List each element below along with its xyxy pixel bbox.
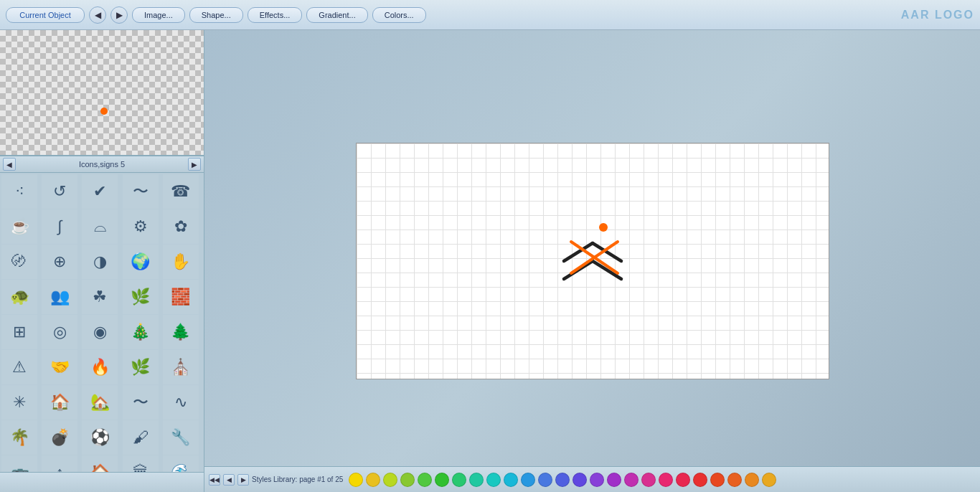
color-swatch-10[interactable] [521, 473, 535, 487]
icon-cell-bomb[interactable]: 💣 [42, 420, 77, 455]
icon-cell-spiral-left[interactable]: 〄 [1, 245, 37, 279]
left-panel: ◀ Icons,signs 5 ▶ ⁖↺✔〜☎☕∫⌓⚙✿〄⊕◑🌍✋🐢👥☘🌿🧱⊞◎… [0, 30, 204, 492]
icon-cell-decorative-dots[interactable]: ⁖ [1, 174, 37, 209]
gradient-button[interactable]: Gradient... [306, 7, 367, 23]
color-swatch-8[interactable] [486, 473, 501, 487]
color-swatch-19[interactable] [676, 473, 690, 487]
color-swatch-0[interactable] [349, 473, 363, 487]
icon-cell-xmas-tree[interactable]: 🎄 [123, 315, 159, 349]
icons-grid: ⁖↺✔〜☎☕∫⌓⚙✿〄⊕◑🌍✋🐢👥☘🌿🧱⊞◎◉🎄🌲⚠🤝🔥🌿⛪✳🏠🏡〜∿🌴💣⚽🖌🔧… [0, 173, 204, 472]
color-swatch-9[interactable] [504, 473, 518, 487]
icon-cell-fire[interactable]: 🔥 [82, 350, 118, 384]
main-layout: ◀ Icons,signs 5 ▶ ⁖↺✔〜☎☕∫⌓⚙✿〄⊕◑🌍✋🐢👥☘🌿🧱⊞◎… [0, 30, 980, 492]
image-button[interactable]: Image... [132, 7, 185, 23]
icon-cell-tool[interactable]: 🔧 [163, 420, 199, 455]
svg-line-4 [593, 261, 621, 279]
color-swatch-20[interactable] [693, 473, 707, 487]
color-swatch-5[interactable] [435, 473, 449, 487]
icon-cell-flame2[interactable]: 🌿 [123, 350, 159, 384]
canvas[interactable] [356, 143, 829, 379]
icon-cell-building[interactable]: 🏛 [123, 455, 159, 472]
toolbar: Current Object ◀ ▶ Image... Shape... Eff… [0, 0, 980, 30]
color-swatch-14[interactable] [590, 473, 604, 487]
color-swatch-7[interactable] [469, 473, 484, 487]
logo-figure [550, 222, 636, 301]
canvas-wrapper [356, 143, 829, 379]
icon-cell-clover[interactable]: ☘ [82, 280, 118, 314]
color-swatch-3[interactable] [400, 473, 415, 487]
icon-cell-church[interactable]: ⛪ [163, 350, 199, 384]
color-swatch-21[interactable] [710, 473, 725, 487]
icon-cell-circular-arrow[interactable]: ↺ [42, 174, 77, 209]
icon-cell-pine-tree[interactable]: 🌲 [163, 315, 199, 349]
icon-cell-people[interactable]: 👥 [42, 280, 77, 314]
icon-cell-bowl[interactable]: ⌓ [82, 209, 118, 244]
icon-cell-gears[interactable]: ⚙ [123, 209, 159, 244]
icon-cell-spiral2[interactable]: ◉ [82, 315, 118, 349]
icon-cell-globe[interactable]: 🌍 [123, 245, 159, 279]
icon-cell-wave[interactable]: 〜 [123, 174, 159, 209]
current-object-button[interactable]: Current Object [6, 7, 85, 23]
icon-cell-house2[interactable]: 🏡 [82, 385, 118, 420]
icon-cell-bus[interactable]: 🚌 [1, 455, 37, 472]
icon-cell-arrow-up[interactable]: ↑ [42, 455, 77, 472]
color-swatch-22[interactable] [727, 473, 742, 487]
icon-cell-house1[interactable]: 🏠 [42, 385, 77, 420]
icon-cell-half-circle[interactable]: ◑ [82, 245, 118, 279]
icon-cell-palm-tree[interactable]: 🌴 [1, 420, 37, 455]
palette-next-button[interactable]: ▶ [237, 474, 249, 486]
color-swatch-16[interactable] [624, 473, 639, 487]
colors-button[interactable]: Colors... [372, 7, 426, 23]
icon-cell-wave2[interactable]: 🌊 [163, 455, 199, 472]
color-swatch-23[interactable] [745, 473, 759, 487]
icon-cell-brick-wall[interactable]: 🧱 [163, 280, 199, 314]
color-swatch-13[interactable] [573, 473, 587, 487]
bottom-bar: ◀◀ ◀ ▶ Styles Library: page #1 of 25 [204, 466, 980, 492]
back-button[interactable]: ◀ [89, 6, 106, 24]
icon-cell-wonder-woman[interactable]: 〜 [123, 385, 159, 420]
icon-cell-telephone[interactable]: ☎ [163, 174, 199, 209]
palette-prev-button[interactable]: ◀ [223, 474, 235, 486]
icon-cell-spiral1[interactable]: ◎ [42, 315, 77, 349]
icon-cell-house3[interactable]: 🏠 [82, 455, 118, 472]
icon-cell-plant[interactable]: 🌿 [123, 280, 159, 314]
svg-point-0 [599, 223, 608, 232]
icon-cell-ball-icon[interactable]: ⚽ [82, 420, 118, 455]
color-swatch-1[interactable] [366, 473, 380, 487]
color-swatch-15[interactable] [607, 473, 621, 487]
shape-button[interactable]: Shape... [189, 7, 243, 23]
icon-cell-warning-triangle[interactable]: ⚠ [1, 350, 37, 384]
left-panel-bottom [0, 472, 204, 492]
icon-cell-starburst[interactable]: ✳ [1, 385, 37, 420]
icon-cell-flower-swirl[interactable]: ✿ [163, 209, 199, 244]
icons-prev-button[interactable]: ◀ [3, 158, 16, 171]
icon-cell-checkmark[interactable]: ✔ [82, 174, 118, 209]
color-swatch-4[interactable] [418, 473, 432, 487]
color-swatch-6[interactable] [452, 473, 466, 487]
icons-next-button[interactable]: ▶ [188, 158, 201, 171]
icons-panel-title: Icons,signs 5 [16, 160, 188, 169]
color-swatch-24[interactable] [762, 473, 776, 487]
palette-prev-prev-button[interactable]: ◀◀ [209, 474, 220, 486]
icon-cell-brush[interactable]: 🖌 [123, 420, 159, 455]
icon-cell-handshake[interactable]: 🤝 [42, 350, 77, 384]
preview-area [0, 30, 204, 156]
icon-cell-snake-curve[interactable]: ∫ [42, 209, 77, 244]
icon-cell-hand-splat[interactable]: ✋ [163, 245, 199, 279]
effects-button[interactable]: Effects... [248, 7, 303, 23]
styles-library-label: Styles Library: page #1 of 25 [252, 476, 343, 483]
color-swatch-12[interactable] [555, 473, 570, 487]
color-swatch-11[interactable] [538, 473, 552, 487]
forward-button[interactable]: ▶ [110, 6, 128, 24]
color-swatches [349, 473, 776, 487]
color-swatch-2[interactable] [383, 473, 397, 487]
icon-cell-turtle[interactable]: 🐢 [1, 280, 37, 314]
icon-cell-coffee-cup[interactable]: ☕ [1, 209, 37, 244]
color-swatch-17[interactable] [641, 473, 656, 487]
icon-cell-calculator[interactable]: ⊞ [1, 315, 37, 349]
icon-cell-wonder-woman2[interactable]: ∿ [163, 385, 199, 420]
icon-cell-no-sign[interactable]: ⊕ [42, 245, 77, 279]
canvas-area [204, 30, 980, 492]
preview-dot [100, 108, 108, 115]
color-swatch-18[interactable] [659, 473, 673, 487]
